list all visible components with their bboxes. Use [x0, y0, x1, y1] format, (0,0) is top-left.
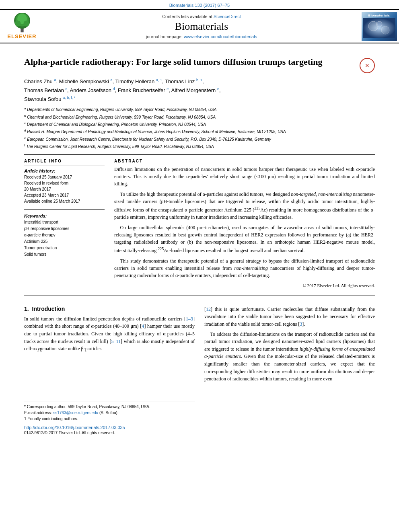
footnote-corresponding: * Corresponding author. 599 Taylor Road,…: [24, 404, 195, 410]
abstract-para-1: Diffusion limitations on the penetration…: [114, 166, 375, 187]
elsevier-text: ELSEVIER: [7, 33, 36, 39]
keywords-section: Keywords: Interstitial transport pH-resp…: [24, 214, 105, 258]
received-date: Received 25 January 2017: [24, 174, 105, 180]
ref-link-5-11[interactable]: 5–11: [111, 339, 121, 344]
intro-left-text: In solid tumors the diffusion-limited pe…: [24, 315, 195, 353]
journal-ref-text: Biomaterials 130 (2017) 67–75: [169, 3, 230, 8]
copyright-notice: © 2017 Elsevier Ltd. All rights reserved…: [114, 282, 375, 289]
available-date: Available online 25 March 2017: [24, 198, 105, 204]
article-info-header: ARTICLE INFO: [24, 159, 105, 163]
biomaterials-cover-image: [363, 18, 395, 38]
journal-title: Biomaterials: [175, 21, 228, 33]
article-title: Alpha-particle radiotherapy: For large s…: [24, 56, 355, 68]
accepted-date: Accepted 23 March 2017: [24, 192, 105, 198]
article-history: Article history: Received 25 January 201…: [24, 168, 105, 204]
svg-rect-6: [363, 18, 395, 38]
svg-point-9: [376, 21, 382, 27]
ref-link-12[interactable]: 12: [206, 306, 211, 312]
keyword-6: Solid tumors: [24, 251, 105, 258]
authors-line: Charles Zhu a, Michelle Sempkowski a, Ti…: [24, 77, 375, 104]
revised-date: 20 March 2017: [24, 186, 105, 192]
journal-reference: Biomaterials 130 (2017) 67–75: [0, 0, 399, 9]
elsevier-logo: ELSEVIER: [0, 10, 44, 43]
biomaterials-logo-text: Biomaterials: [368, 14, 390, 17]
intro-right-text: [12] this is quite unfortunate. Carrier …: [204, 306, 375, 383]
biomaterials-logo-box: Biomaterials: [362, 12, 397, 41]
affiliations: a Departments of Biomedical Engineering,…: [24, 106, 375, 150]
keyword-1: Interstitial transport: [24, 219, 105, 226]
intro-right-column: [12] this is quite unfortunate. Carrier …: [204, 306, 375, 435]
footnote-email: E-mail address: ss1763@soe.rutgers.edu (…: [24, 410, 195, 416]
keyword-2: pH-responsive liposomes: [24, 226, 105, 232]
keyword-5: Tumor penetration: [24, 245, 105, 251]
biomaterials-logo: Biomaterials: [359, 10, 399, 43]
ref-link-4[interactable]: 4: [142, 323, 144, 329]
keyword-4: Actinium-225: [24, 238, 105, 245]
abstract-header: ABSTRACT: [114, 159, 375, 163]
history-label: Article history:: [24, 168, 105, 173]
article-info-column: ARTICLE INFO Article history: Received 2…: [24, 159, 105, 289]
svg-point-4: [14, 21, 21, 27]
abstract-text: Diffusion limitations on the penetration…: [114, 166, 375, 289]
banner-center: Contents lists available at ScienceDirec…: [44, 10, 359, 43]
svg-point-8: [381, 26, 389, 34]
svg-point-5: [23, 21, 29, 27]
ref-link-1-3[interactable]: 1–3: [186, 316, 193, 322]
sciencedirect-anchor[interactable]: ScienceDirect: [214, 14, 241, 19]
footnotes: * Corresponding author. 599 Taylor Road,…: [24, 401, 195, 422]
divider-abstract: [24, 296, 375, 296]
abstract-para-3: On large multicellular spheroids (400 μm…: [114, 224, 375, 254]
elsevier-tree-icon: [6, 13, 38, 33]
doi-link[interactable]: http://dx.doi.org/10.1016/j.biomaterials…: [24, 425, 195, 430]
abstract-column: ABSTRACT Diffusion limitations on the pe…: [114, 159, 375, 289]
footnote-email-link[interactable]: ss1763@soe.rutgers.edu: [53, 411, 99, 415]
crossmark-container: [355, 56, 375, 73]
homepage-anchor[interactable]: www.elsevier.com/locate/biomaterials: [184, 34, 257, 39]
revised-label: Received in revised form: [24, 180, 105, 186]
footnote-equal-contrib: 1 Equally contributing authors.: [24, 416, 195, 422]
section-number: 1. Introduction: [24, 306, 195, 312]
svg-point-7: [368, 21, 378, 31]
sciencedirect-link: Contents lists available at ScienceDirec…: [162, 14, 241, 19]
keywords-label: Keywords:: [24, 214, 105, 218]
ref-link-3[interactable]: 3: [300, 321, 302, 327]
homepage-link: journal homepage: www.elsevier.com/locat…: [146, 34, 257, 39]
abstract-para-4: This study demonstrates the therapeutic …: [114, 257, 375, 279]
crossmark-icon: [360, 58, 375, 73]
abstract-para-2: To utilize the high therapeutic potentia…: [114, 191, 375, 221]
divider-affiliations: [24, 154, 375, 155]
intro-left-column: 1. Introduction In solid tumors the diff…: [24, 306, 195, 435]
keyword-3: α-particle therapy: [24, 232, 105, 238]
introduction-section: 1. Introduction In solid tumors the diff…: [24, 306, 375, 435]
issn-line: 0142-9612/© 2017 Elsevier Ltd. All right…: [24, 431, 195, 435]
